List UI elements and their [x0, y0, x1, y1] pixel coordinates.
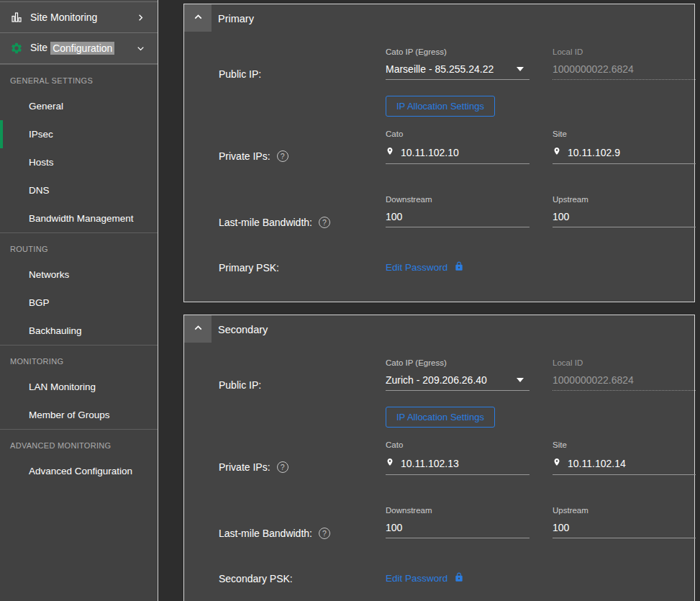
lock-icon [454, 261, 464, 274]
section-routing: ROUTING Networks BGP Backhauling [0, 232, 158, 345]
sidebar-item-site-monitoring[interactable]: Site Monitoring [0, 2, 158, 33]
sidebar-item-hosts[interactable]: Hosts [0, 148, 158, 176]
sidebar-item-label-highlighted: Configuration [50, 42, 114, 55]
help-icon[interactable]: ? [319, 528, 330, 539]
primary-panel: Primary Public IP: Cato IP (Egress) Mars… [183, 4, 695, 302]
bar-chart-icon [9, 10, 24, 24]
sidebar-item-label: Site [30, 42, 47, 55]
location-pin-icon [553, 145, 561, 159]
cato-ip-egress-field: Cato IP (Egress) Zurich - 209.206.26.40 [386, 358, 529, 391]
section-header: GENERAL SETTINGS [0, 73, 158, 88]
sidebar-item-member-of-groups[interactable]: Member of Groups [0, 401, 158, 429]
ip-allocation-settings-button[interactable]: IP Allocation Settings [386, 407, 495, 428]
cato-ip-value: Marseille - 85.255.24.22 [386, 63, 494, 75]
upstream-field: Upstream [553, 506, 696, 538]
sidebar-item-networks[interactable]: Networks [0, 261, 158, 289]
private-ip-site-input[interactable] [568, 147, 696, 158]
private-ip-cato-input[interactable] [401, 458, 529, 469]
upstream-field: Upstream [553, 195, 696, 227]
field-label: Local ID [553, 48, 696, 58]
chevron-up-icon [192, 322, 204, 336]
chevron-right-icon [135, 12, 146, 23]
field-label: Upstream [553, 506, 696, 517]
lock-icon [454, 572, 464, 584]
edit-password-link[interactable]: Edit Password [386, 572, 464, 584]
section-monitoring: MONITORING LAN Monitoring Member of Grou… [0, 345, 158, 429]
field-label: Downstream [386, 506, 529, 517]
sidebar-item-ipsec[interactable]: IPsec [0, 120, 158, 148]
sidebar-item-advanced-configuration[interactable]: Advanced Configuration [0, 457, 158, 485]
sidebar-item-backhauling[interactable]: Backhauling [0, 317, 158, 345]
help-icon[interactable]: ? [277, 150, 288, 162]
location-pin-icon [553, 456, 561, 470]
sidebar-item-site-configuration[interactable]: Site Configuration [0, 33, 158, 64]
caret-down-icon [517, 378, 524, 382]
field-label: Site [553, 440, 696, 451]
location-pin-icon [386, 145, 394, 159]
chevron-up-icon [192, 11, 204, 25]
upstream-input[interactable] [553, 211, 696, 222]
bandwidth-row-label: Last-mile Bandwidth: ? [219, 527, 330, 540]
field-label: Cato IP (Egress) [386, 48, 529, 58]
local-id-field: Local ID 1000000022.6824 [553, 358, 696, 391]
chevron-down-icon [135, 43, 146, 54]
primary-psk-row-label: Primary PSK: [219, 261, 279, 274]
downstream-input[interactable] [386, 211, 529, 222]
edit-password-link[interactable]: Edit Password [386, 261, 464, 274]
panel-title: Secondary [218, 324, 268, 335]
field-label: Cato [386, 130, 529, 140]
downstream-field: Downstream [386, 195, 529, 227]
private-ip-cato-input[interactable] [401, 147, 529, 158]
field-label: Site [553, 130, 696, 140]
public-ip-row-label: Public IP: [219, 68, 261, 81]
sidebar-item-bandwidth-management[interactable]: Bandwidth Management [0, 204, 158, 232]
caret-down-icon [517, 67, 524, 71]
section-advanced-monitoring: ADVANCED MONITORING Advanced Configurati… [0, 429, 158, 485]
help-icon[interactable]: ? [319, 217, 330, 228]
private-ip-site-field: Site [553, 440, 696, 475]
cato-ip-dropdown[interactable]: Zurich - 209.206.26.40 [386, 374, 529, 391]
field-label: Cato IP (Egress) [386, 358, 529, 369]
private-ip-cato-field: Cato [386, 130, 529, 164]
secondary-psk-row-label: Secondary PSK: [219, 572, 293, 585]
private-ips-row-label: Private IPs: ? [219, 150, 288, 163]
upstream-input[interactable] [553, 522, 696, 533]
sidebar: Site Monitoring Site Configuration GENER… [0, 0, 158, 601]
public-ip-row-label: Public IP: [219, 379, 261, 392]
private-ip-cato-field: Cato [386, 440, 529, 475]
downstream-field: Downstream [386, 506, 529, 538]
field-label: Upstream [553, 195, 696, 206]
private-ip-site-input[interactable] [568, 458, 696, 469]
section-general-settings: GENERAL SETTINGS General IPsec Hosts DNS… [0, 64, 158, 232]
sidebar-item-lan-monitoring[interactable]: LAN Monitoring [0, 373, 158, 401]
section-header: ROUTING [0, 242, 158, 256]
local-id-value: 1000000022.6824 [553, 63, 696, 80]
section-header: MONITORING [0, 354, 158, 369]
help-icon[interactable]: ? [277, 461, 288, 473]
section-header: ADVANCED MONITORING [0, 438, 158, 453]
field-label: Downstream [386, 195, 529, 206]
location-pin-icon [386, 456, 394, 470]
private-ips-row-label: Private IPs: ? [219, 461, 288, 474]
sidebar-item-label: Site Monitoring [30, 12, 97, 23]
cato-ip-dropdown[interactable]: Marseille - 85.255.24.22 [386, 63, 529, 80]
field-label: Cato [386, 440, 529, 451]
sidebar-item-general[interactable]: General [0, 92, 158, 120]
ip-allocation-settings-button[interactable]: IP Allocation Settings [386, 96, 495, 117]
downstream-input[interactable] [386, 522, 529, 533]
secondary-panel: Secondary Public IP: Cato IP (Egress) Zu… [183, 315, 695, 601]
main-content: Primary Public IP: Cato IP (Egress) Mars… [158, 0, 700, 601]
private-ip-site-field: Site [553, 130, 696, 164]
sidebar-item-bgp[interactable]: BGP [0, 289, 158, 317]
local-id-field: Local ID 1000000022.6824 [553, 48, 696, 80]
bandwidth-row-label: Last-mile Bandwidth: ? [219, 216, 330, 229]
primary-collapse-button[interactable] [184, 4, 212, 32]
field-label: Local ID [553, 358, 696, 369]
secondary-collapse-button[interactable] [184, 315, 212, 343]
local-id-value: 1000000022.6824 [553, 374, 696, 391]
cato-ip-value: Zurich - 209.206.26.40 [386, 374, 487, 386]
cato-ip-egress-field: Cato IP (Egress) Marseille - 85.255.24.2… [386, 48, 529, 80]
gear-icon [9, 41, 24, 55]
panel-title: Primary [218, 13, 254, 24]
sidebar-item-dns[interactable]: DNS [0, 176, 158, 204]
